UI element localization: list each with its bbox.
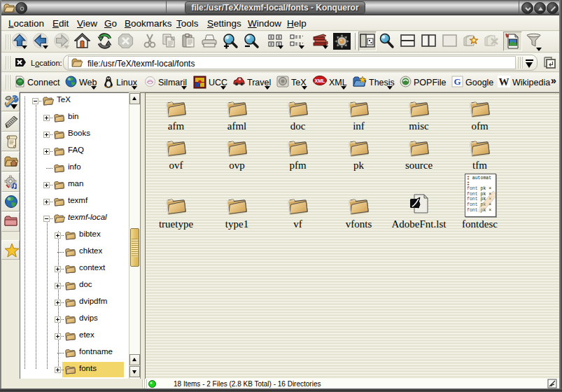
svg-text:G: G <box>454 76 461 87</box>
svg-text:W: W <box>499 76 510 88</box>
svg-text:XML: XML <box>315 78 326 83</box>
